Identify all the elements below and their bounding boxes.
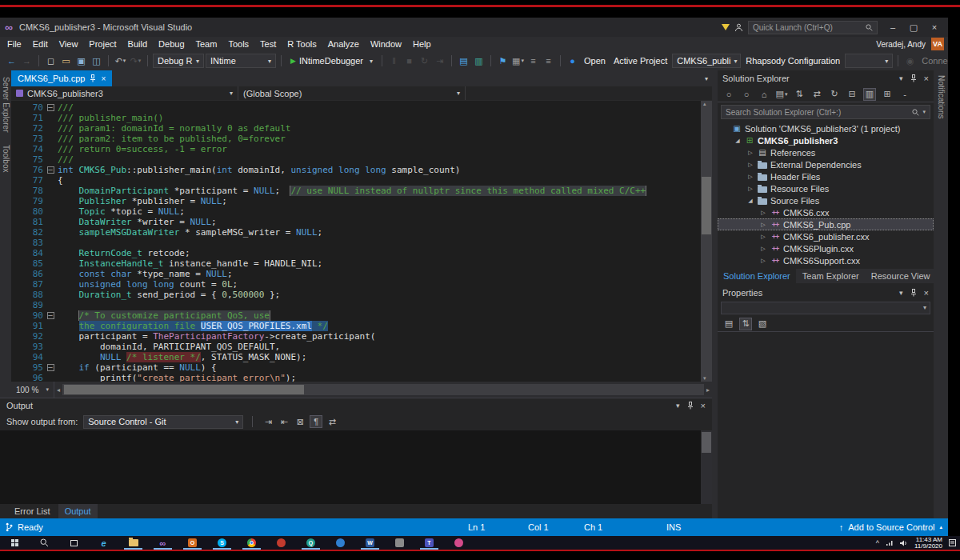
fold-margin[interactable]: – — [43, 310, 58, 321]
notifications-tab[interactable]: Notifications — [937, 75, 946, 518]
close-icon[interactable]: × — [924, 288, 929, 298]
collapse-region-icon[interactable]: – — [47, 364, 54, 371]
code-line[interactable]: 70–/// — [11, 102, 701, 113]
scroll-left-icon[interactable]: ◂ — [54, 386, 62, 394]
tree-item[interactable]: ▷Resource Files — [718, 182, 934, 194]
app-icon-red[interactable] — [266, 536, 296, 550]
collapse-all-icon[interactable]: ⊟ — [846, 88, 858, 101]
sync-with-active-document-icon[interactable]: ⇄ — [810, 88, 823, 101]
code-line[interactable]: 78 DomainParticipant *participant = NULL… — [11, 186, 701, 196]
navbar-scope-dropdown[interactable]: (Global Scope) ▾ — [238, 86, 466, 100]
start-button[interactable] — [0, 536, 30, 550]
property-pages-icon[interactable]: ▧ — [756, 318, 769, 330]
window-position-chevron-icon[interactable]: ▾ — [676, 402, 680, 410]
code-line[interactable]: 88 Duration_t send_period = { 0,500000 }… — [11, 290, 701, 300]
start-debugging-button[interactable]: ▶INtimeDebugger▾ — [286, 54, 377, 68]
nav-forward-icon[interactable]: → — [20, 54, 34, 68]
app-icon-gray[interactable] — [385, 536, 414, 550]
bottom-tab-error-list[interactable]: Error List — [8, 504, 57, 518]
tree-item[interactable]: ▷Header Files — [718, 170, 934, 182]
photos-icon[interactable] — [444, 536, 474, 550]
refresh-icon[interactable]: ↻ — [828, 88, 841, 101]
editor-horizontal-scrollbar[interactable] — [62, 384, 704, 395]
show-all-files-icon[interactable]: ▥ — [863, 88, 876, 101]
redo-icon[interactable]: ↷▾ — [129, 54, 142, 68]
code-line[interactable]: 90– /* To customize participant QoS, use — [11, 310, 701, 321]
toolbox-tab[interactable]: Toolbox — [2, 145, 10, 172]
menu-tools[interactable]: Tools — [222, 37, 254, 51]
save-all-icon[interactable]: ◫ — [90, 54, 103, 68]
goto-next-message-icon[interactable]: ⇥ — [262, 415, 274, 428]
panel-tab-team-explorer[interactable]: Team Explorer — [797, 269, 865, 283]
menu-edit[interactable]: Edit — [27, 37, 54, 51]
active-project-dropdown[interactable]: CMKS6_publi▾ — [672, 54, 741, 68]
save-icon[interactable]: ▣ — [74, 54, 88, 68]
file-explorer-icon[interactable] — [118, 536, 148, 550]
scrollbar-thumb[interactable] — [702, 177, 711, 234]
menu-build[interactable]: Build — [122, 37, 153, 51]
close-icon[interactable]: × — [701, 401, 706, 410]
connect-label[interactable]: Connect — [918, 56, 948, 66]
active-project-label[interactable]: Active Project — [610, 56, 670, 66]
edge-icon[interactable]: e — [89, 536, 118, 550]
collapse-region-icon[interactable]: – — [47, 104, 54, 111]
tree-chevron-icon[interactable]: ▷ — [746, 174, 754, 180]
code-line[interactable]: 84 ReturnCode_t retcode; — [11, 248, 701, 258]
code-line[interactable]: 87 unsigned long long count = 0L; — [11, 279, 701, 290]
uncomment-icon[interactable]: ≡ — [542, 54, 555, 68]
code-line[interactable]: 74/// return 0=success, -1 = error — [11, 144, 701, 154]
menu-file[interactable]: File — [2, 37, 27, 51]
code-line[interactable]: 92 participant = TheParticipantFactory->… — [11, 331, 701, 342]
scrollbar-thumb[interactable] — [64, 385, 304, 394]
maximize-button[interactable]: ▢ — [903, 19, 924, 35]
new-file-icon[interactable]: ◻ — [44, 54, 58, 68]
code-line[interactable]: 86 const char *type_name = NULL; — [11, 269, 701, 279]
task-view-button[interactable] — [59, 536, 89, 550]
code-line[interactable]: 72/// param1: domainId = normally 0 as d… — [11, 123, 701, 134]
panel-tab-resource-view[interactable]: Resource View — [866, 269, 936, 283]
code-line[interactable]: 94 NULL /* listener */, STATUS_MASK_NONE… — [11, 352, 701, 362]
comment-out-icon[interactable]: ≡ — [526, 54, 540, 68]
code-line[interactable]: 85 InstanceHandle_t instance_handle = HA… — [11, 258, 701, 269]
list-members-icon[interactable]: ▦▾ — [511, 54, 525, 68]
rhapsody-app-icon[interactable]: ● — [566, 54, 579, 68]
flask-icon[interactable] — [722, 24, 730, 30]
menu-view[interactable]: View — [54, 37, 84, 51]
fold-margin[interactable]: – — [43, 102, 58, 113]
tree-item[interactable]: ▷++CMKS6_publisher.cxx — [718, 230, 934, 242]
chrome-icon[interactable] — [237, 536, 266, 550]
solution-explorer-search[interactable]: Search Solution Explorer (Ctrl+:) ▾ — [721, 105, 930, 119]
output-vertical-scrollbar[interactable] — [701, 430, 712, 504]
forward-icon[interactable]: ○ — [740, 88, 753, 101]
rhapsody-configuration-dropdown[interactable]: ▾ — [845, 54, 893, 68]
code-line[interactable]: 95– if (participant == NULL) { — [11, 362, 701, 373]
tree-item[interactable]: ▷++CMKS6_Pub.cpp — [718, 218, 934, 230]
bookmark-flag-icon[interactable]: ⚑ — [496, 54, 510, 68]
bottom-tab-output[interactable]: Output — [58, 504, 98, 518]
navbar-project-dropdown[interactable]: CMKS6_publisher3 ▾ — [11, 86, 238, 100]
code-line[interactable]: 83 — [11, 238, 701, 248]
more-tools-icon[interactable]: - — [898, 88, 911, 101]
close-icon[interactable]: × — [924, 74, 929, 83]
window-position-chevron-icon[interactable]: ▾ — [899, 289, 903, 297]
app-icon-blue[interactable] — [326, 536, 355, 550]
pin-icon[interactable] — [910, 289, 917, 297]
tree-item[interactable]: ▷++CMKS6.cxx — [718, 206, 934, 218]
restart-icon[interactable]: ↻ — [418, 54, 431, 68]
tree-item[interactable]: ▷++CMKS6Plugin.cxx — [718, 242, 934, 254]
step-into-icon[interactable]: ⇥ — [433, 54, 446, 68]
code-line[interactable]: 91 the configuration file USER_QOS_PROFI… — [11, 321, 701, 331]
scroll-up-icon[interactable]: ▴ — [703, 101, 706, 107]
tree-chevron-icon[interactable]: ▷ — [759, 234, 767, 240]
file-outline-icon[interactable]: ▥ — [472, 54, 486, 68]
user-area[interactable]: Veradej, Andy VA — [876, 38, 948, 50]
search-button[interactable] — [30, 536, 59, 550]
collapse-region-icon[interactable]: – — [47, 312, 54, 319]
collapse-region-icon[interactable]: – — [47, 166, 54, 174]
menu-project[interactable]: Project — [83, 37, 122, 51]
find-in-files-icon[interactable]: ▤ — [457, 54, 470, 68]
rhapsody-configuration-label[interactable]: Rhapsody Configuration — [742, 56, 843, 66]
fold-margin[interactable]: – — [43, 165, 58, 175]
chevron-down-icon[interactable]: ▾ — [922, 109, 926, 115]
teams-icon[interactable]: T — [414, 536, 444, 550]
